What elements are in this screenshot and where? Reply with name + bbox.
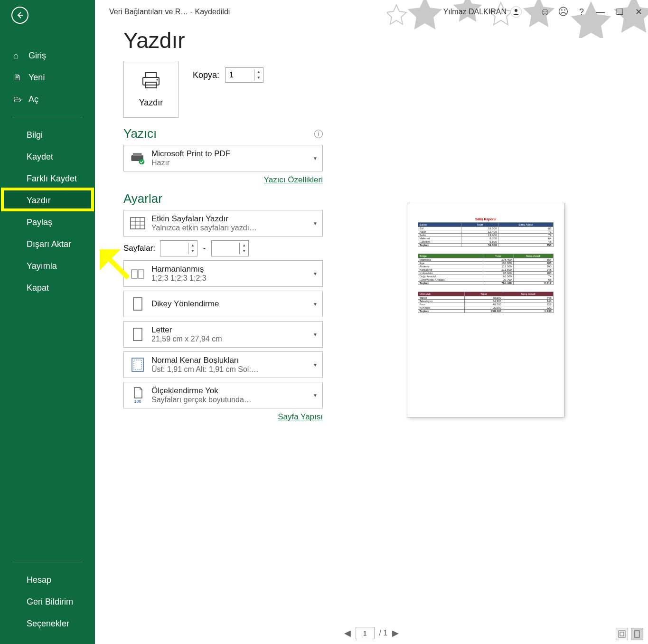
smile-icon[interactable]: ☺ [538, 6, 552, 18]
show-margins-button[interactable] [616, 628, 628, 640]
sidebar-item-yayımla[interactable]: Yayımla [0, 255, 95, 277]
backstage-sidebar: ⌂ Giriş 🗎 Yeni 🗁 Aç Bilgi Kaydet Farklı … [0, 0, 95, 644]
spin-down-icon[interactable]: ▼ [254, 75, 263, 81]
sidebar-item-label: Dışarı Aktar [27, 239, 71, 249]
sidebar-item-label: Farklı Kaydet [27, 174, 77, 184]
sidebar-item-kapat[interactable]: Kapat [0, 277, 95, 299]
sidebar-item-label: Kaydet [27, 152, 53, 162]
file-icon: 🗎 [13, 73, 26, 83]
sidebar-item-kaydet[interactable]: Kaydet [0, 146, 95, 168]
sidebar-item-hesap[interactable]: Hesap [0, 569, 95, 591]
sidebar-item-giriş[interactable]: ⌂ Giriş [0, 45, 95, 66]
settings-section-title: Ayarlar [123, 191, 323, 206]
sidebar-item-seçenekler[interactable]: Seçenekler [0, 613, 95, 635]
svg-point-0 [515, 9, 517, 12]
svg-rect-13 [131, 270, 137, 278]
pages-to-input[interactable]: ▲▼ [211, 240, 249, 256]
page-setup-link[interactable]: Sayfa Yapısı [278, 412, 323, 421]
printer-status: Hazır [151, 159, 310, 167]
spin-up-icon[interactable]: ▲ [254, 69, 263, 75]
prev-page-button[interactable]: ◀ [344, 628, 351, 638]
printer-ready-icon [129, 149, 147, 167]
sidebar-item-label: Yazdır [27, 196, 51, 206]
maximize-button[interactable]: ☐ [610, 7, 629, 17]
printer-properties-link[interactable]: Yazıcı Özellikleri [264, 175, 323, 184]
printer-dropdown[interactable]: Microsoft Print to PDF Hazır ▼ [123, 145, 323, 171]
svg-rect-19 [619, 631, 625, 637]
document-title: Veri Bağlantıları ve R… - Kaydedildi [109, 8, 230, 16]
chevron-down-icon: ▼ [313, 362, 318, 368]
collation-dropdown[interactable]: Harmanlanmış 1;2;3 1;2;3 1;2;3 ▼ [123, 260, 323, 287]
sidebar-item-label: Geri Bildirim [27, 597, 73, 607]
svg-rect-16 [133, 328, 142, 341]
svg-rect-6 [133, 153, 142, 156]
orientation-dropdown[interactable]: Dikey Yönlendirme ▼ [123, 291, 323, 317]
frown-icon[interactable]: ☹ [556, 6, 570, 18]
sidebar-item-label: Bilgi [27, 130, 43, 140]
sidebar-item-bilgi[interactable]: Bilgi [0, 124, 95, 146]
chevron-down-icon: ▼ [313, 221, 318, 226]
sidebar-item-label: Yeni [28, 73, 45, 83]
sidebar-item-label: Aç [28, 95, 38, 104]
sidebar-item-farklı kaydet[interactable]: Farklı Kaydet [0, 168, 95, 189]
scale-icon: 100 [129, 386, 147, 404]
pages-label: Sayfalar: [123, 244, 155, 253]
minimize-button[interactable]: — [591, 7, 610, 17]
sidebar-item-geri bildirim[interactable]: Geri Bildirim [0, 591, 95, 613]
close-button[interactable]: ✕ [629, 7, 648, 17]
back-button[interactable] [11, 7, 28, 24]
margins-icon [129, 356, 147, 374]
help-button[interactable]: ? [572, 7, 591, 17]
margins-dropdown[interactable]: Normal Kenar Boşlukları Üst: 1,91 cm Alt… [123, 351, 323, 378]
svg-rect-8 [131, 218, 145, 229]
pages-from-input[interactable]: ▲▼ [160, 240, 197, 256]
svg-rect-18 [134, 360, 141, 369]
svg-rect-21 [635, 631, 639, 637]
chevron-down-icon: ▼ [313, 332, 318, 337]
portrait-icon [129, 295, 147, 313]
sidebar-item-label: Yayımla [27, 261, 57, 271]
printer-name: Microsoft Print to PDF [151, 149, 310, 159]
svg-point-4 [157, 79, 158, 81]
copies-label: Kopya: [193, 70, 219, 80]
print-button[interactable]: Yazdır [123, 61, 178, 118]
page-navigation: ◀ / 1 ▶ [344, 627, 399, 639]
info-icon[interactable]: i [314, 130, 323, 138]
page-number-input[interactable] [356, 627, 375, 639]
next-page-button[interactable]: ▶ [392, 628, 399, 638]
main-area: Yazdır Yazdır Kopya: ▲▼ [95, 24, 648, 644]
sidebar-item-label: Kapat [27, 283, 49, 293]
copies-input[interactable]: ▲▼ [225, 67, 263, 83]
sidebar-item-aç[interactable]: 🗁 Aç [0, 88, 95, 110]
scaling-dropdown[interactable]: 100 Ölçeklendirme Yok Sayfaları gerçek b… [123, 382, 323, 408]
sidebar-item-label: Hesap [27, 575, 51, 585]
sidebar-item-label: Paylaş [27, 218, 52, 227]
avatar[interactable] [510, 6, 522, 18]
chevron-down-icon: ▼ [313, 156, 318, 161]
print-preview-page: Satış Raporu SatıcıTutarSatış AdediElif1… [407, 203, 564, 417]
svg-rect-2 [146, 73, 156, 77]
svg-rect-14 [138, 270, 144, 278]
user-name: Yılmaz DALKIRAN [443, 8, 507, 16]
home-icon: ⌂ [13, 51, 26, 61]
chevron-down-icon: ▼ [313, 393, 318, 398]
collate-icon [129, 265, 147, 283]
print-button-label: Yazdır [139, 98, 163, 108]
chevron-down-icon: ▼ [313, 271, 318, 276]
folder-icon: 🗁 [13, 95, 26, 104]
sidebar-item-yazdır[interactable]: Yazdır [0, 189, 95, 211]
paper-icon [129, 325, 147, 343]
svg-rect-15 [133, 298, 142, 310]
zoom-to-page-button[interactable] [631, 628, 643, 640]
sidebar-item-label: Seçenekler [27, 619, 69, 629]
sidebar-item-yeni[interactable]: 🗎 Yeni [0, 66, 95, 88]
sidebar-item-paylaş[interactable]: Paylaş [0, 211, 95, 233]
printer-section-title: Yazıcı i [123, 126, 323, 141]
paper-size-dropdown[interactable]: Letter 21,59 cm x 27,94 cm ▼ [123, 321, 323, 348]
what-to-print-dropdown[interactable]: Etkin Sayfaları Yazdır Yalnızca etkin sa… [123, 210, 323, 237]
chevron-down-icon: ▼ [313, 302, 318, 307]
sheets-icon [129, 214, 147, 232]
page-count: / 1 [379, 629, 388, 637]
svg-rect-20 [620, 632, 624, 636]
sidebar-item-dışarı aktar[interactable]: Dışarı Aktar [0, 233, 95, 255]
